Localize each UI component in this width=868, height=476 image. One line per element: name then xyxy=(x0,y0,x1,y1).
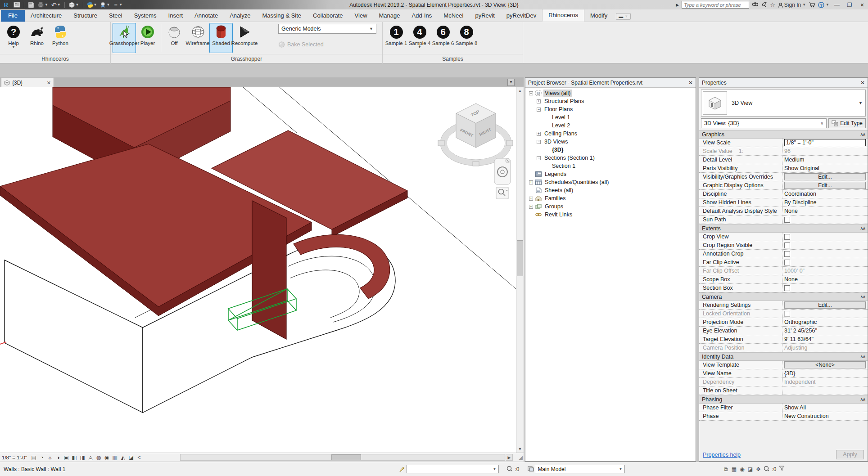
reveal-constraints-icon[interactable]: ◪ xyxy=(127,454,135,461)
tree-item-schedules-quantities-all[interactable]: +Schedules/Quantities (all) xyxy=(525,178,696,186)
tab-steel[interactable]: Steel xyxy=(103,10,128,22)
tree-item-structural-plans[interactable]: +Structural Plans xyxy=(525,97,696,105)
close-button[interactable]: × xyxy=(857,1,867,9)
edit-type-button[interactable]: Edit Type xyxy=(828,118,866,128)
tree-item-floor-plans[interactable]: −Floor Plans xyxy=(525,105,696,113)
expand-icon[interactable]: + xyxy=(529,197,533,201)
checkbox-crop-region-visible[interactable] xyxy=(784,242,790,248)
section-header-phasing[interactable]: Phasing∧∧ xyxy=(699,395,868,404)
minimize-button[interactable]: — xyxy=(832,2,842,8)
tab-systems[interactable]: Systems xyxy=(128,10,163,22)
scroll-right-arrow[interactable]: ▶ xyxy=(506,454,513,461)
value-text[interactable]: Medium xyxy=(784,157,804,163)
tree-item-revit-links[interactable]: Revit Links xyxy=(525,211,696,219)
button-wireframe[interactable]: Wireframe xyxy=(186,23,209,53)
tree-item-3d[interactable]: {3D} xyxy=(525,146,696,154)
sign-in-button[interactable]: Sign In ▼ xyxy=(778,2,806,8)
collapse-icon[interactable]: − xyxy=(537,156,541,160)
navigation-bar[interactable] xyxy=(494,158,511,199)
tree-item-level-2[interactable]: Level 2 xyxy=(525,121,696,130)
tree-item-ceiling-plans[interactable]: +Ceiling Plans xyxy=(525,130,696,138)
project-browser-header[interactable]: Project Browser - Spatial Element Proper… xyxy=(525,78,696,88)
category-dropdown[interactable]: Generic Models▼ xyxy=(278,24,376,34)
favorites-star-icon[interactable]: ☆ xyxy=(770,1,775,8)
value-text[interactable]: 9' 11 63/64" xyxy=(784,336,814,342)
button-rhino[interactable]: Rhino xyxy=(25,23,49,53)
infocenter-collapse-arrow[interactable]: ▶ xyxy=(676,3,679,7)
checkbox-sun-path[interactable] xyxy=(784,217,790,223)
tab-insert[interactable]: Insert xyxy=(163,10,189,22)
home-3d-view-icon[interactable]: ▼ xyxy=(68,0,80,9)
value-text[interactable]: None xyxy=(784,208,798,214)
button-help[interactable]: ?Help▼ xyxy=(2,23,25,53)
home-menu-caret[interactable]: ▼ xyxy=(76,3,79,7)
value-text[interactable]: {3D} xyxy=(784,370,795,377)
panel-title-samples[interactable]: Samples xyxy=(383,54,523,63)
viewbar-collapse-button[interactable]: < xyxy=(135,454,143,461)
value-text[interactable]: 31' 2 45/256" xyxy=(784,328,817,334)
award-menu-caret[interactable]: ▼ xyxy=(106,3,110,7)
value-button-graphic-display-options[interactable]: Edit... xyxy=(784,182,866,189)
project-browser-close-icon[interactable]: ✕ xyxy=(688,80,693,86)
sign-in-caret[interactable]: ▼ xyxy=(802,3,806,7)
design-options-icon[interactable] xyxy=(527,466,535,473)
temporary-view-properties-icon[interactable]: ▥ xyxy=(111,454,119,461)
print-menu-caret[interactable]: ▼ xyxy=(45,3,48,7)
viewcube[interactable]: TOP FRONT RIGHT xyxy=(438,103,513,166)
tab-view[interactable]: View xyxy=(349,10,373,22)
button-sample-6[interactable]: 6Sample 6 xyxy=(431,23,455,53)
qat-customize-icon[interactable]: ＝▼ xyxy=(112,0,123,9)
award-icon[interactable]: ▼ xyxy=(99,0,111,9)
value-text[interactable]: By Discipline xyxy=(784,199,817,206)
tree-item-3d-views[interactable]: −3D Views xyxy=(525,138,696,146)
search-input[interactable] xyxy=(682,1,749,9)
communication-center-icon[interactable] xyxy=(761,2,767,8)
value-button-view-template[interactable]: <None> xyxy=(784,361,866,368)
section-line-2[interactable] xyxy=(243,87,297,133)
viewcube-ring-tab-south[interactable] xyxy=(473,162,479,166)
checkbox-annotation-crop[interactable] xyxy=(784,251,790,257)
temporary-hide-isolate-icon[interactable]: ◍ xyxy=(95,454,103,461)
filter-magnifier-icon[interactable] xyxy=(762,466,770,473)
help-menu-icon[interactable]: ? ▼ xyxy=(818,2,829,8)
checkbox-far-clip-active[interactable] xyxy=(784,260,790,265)
restore-button[interactable]: ❐ xyxy=(845,2,854,8)
select-pinned-icon[interactable]: ◉ xyxy=(738,466,746,472)
red-wall-vertical[interactable] xyxy=(252,201,286,339)
app-store-cart-icon[interactable] xyxy=(809,2,815,8)
collapse-icon[interactable]: − xyxy=(537,140,541,144)
revit-logo[interactable]: R xyxy=(2,0,11,9)
section-collapse-icon[interactable]: ∧∧ xyxy=(860,132,865,137)
value-text[interactable]: None xyxy=(784,276,798,283)
panel-toggle-caret[interactable]: ▼ xyxy=(624,14,628,18)
value-input-view-scale[interactable] xyxy=(784,139,866,146)
element-filter-combo[interactable]: 3D View: {3D} ∨ xyxy=(701,118,827,128)
reveal-hidden-elements-icon[interactable]: ◉ xyxy=(103,454,111,461)
tab-analyze[interactable]: Analyze xyxy=(224,10,256,22)
section-header-identity-data[interactable]: Identity Data∧∧ xyxy=(699,352,868,361)
tab-manage[interactable]: Manage xyxy=(373,10,406,22)
building-model[interactable] xyxy=(0,87,407,413)
print-icon[interactable]: ▼ xyxy=(36,0,49,9)
tab-modify[interactable]: Modify xyxy=(584,10,613,22)
expand-icon[interactable]: + xyxy=(537,132,541,136)
vertical-scroll-thumb[interactable] xyxy=(517,240,523,276)
section-header-graphics[interactable]: Graphics∧∧ xyxy=(699,130,868,139)
status-tool-icon-1[interactable] xyxy=(505,466,513,473)
tab-file[interactable]: File xyxy=(1,10,25,22)
checkbox-section-box[interactable] xyxy=(784,285,790,291)
tree-item-sheets-all[interactable]: Sheets (all) xyxy=(525,186,696,194)
value-button-rendering-settings[interactable]: Edit... xyxy=(784,301,866,309)
resize-grip[interactable]: ◢ xyxy=(519,454,523,461)
view-tabs-overflow-button[interactable]: ▼ xyxy=(507,79,515,86)
design-options-dropdown[interactable]: Main Model ▼ xyxy=(535,465,625,473)
detail-level-icon[interactable]: ▤ xyxy=(30,454,38,461)
tab-architecture[interactable]: Architecture xyxy=(25,10,68,22)
section-collapse-icon[interactable]: ∧∧ xyxy=(860,354,865,359)
tree-item-section-1[interactable]: Section 1 xyxy=(525,162,696,170)
viewcube-ring-tab-west[interactable] xyxy=(438,140,444,146)
viewcube-ring-tab-east[interactable] xyxy=(506,140,513,146)
value-text[interactable]: Show All xyxy=(784,404,806,411)
section-collapse-icon[interactable]: ∧∧ xyxy=(860,226,865,231)
properties-close-icon[interactable]: ✕ xyxy=(860,80,865,86)
